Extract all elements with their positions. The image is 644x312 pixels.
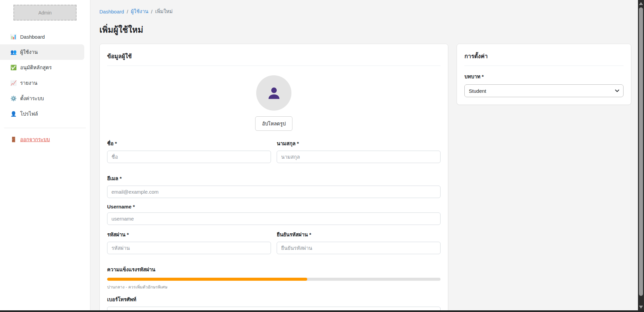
password-input[interactable] bbox=[107, 242, 271, 254]
card-divider bbox=[464, 66, 624, 66]
scroll-up-arrow-icon[interactable] bbox=[639, 2, 643, 5]
user-info-card-title: ข้อมูลผู้ใช้ bbox=[107, 51, 441, 61]
card-divider bbox=[107, 66, 441, 66]
sidebar-item-system-settings[interactable]: ⚙️ ตั้งค่าระบบ bbox=[0, 91, 84, 106]
admin-logo[interactable]: Admin bbox=[13, 5, 77, 21]
scroll-down-arrow-icon[interactable] bbox=[639, 306, 643, 309]
breadcrumb: Dashboard / ผู้ใช้งาน / เพิ่มใหม่ bbox=[99, 7, 631, 15]
upload-photo-button[interactable]: อัปโหลดรูป bbox=[255, 116, 292, 131]
password-strength-track bbox=[107, 278, 441, 281]
scrollbar-thumb[interactable] bbox=[639, 7, 643, 296]
password-strength-fill bbox=[107, 278, 307, 281]
admin-logo-label: Admin bbox=[38, 10, 52, 15]
sidebar-divider bbox=[4, 128, 86, 128]
sidebar-item-users[interactable]: 👥 ผู้ใช้งาน bbox=[0, 44, 84, 60]
phone-label: เบอร์โทรศัพท์ bbox=[107, 296, 441, 304]
person-silhouette-icon bbox=[266, 85, 282, 101]
role-select[interactable]: Student bbox=[464, 84, 624, 97]
role-label: บทบาท * bbox=[464, 73, 624, 81]
avatar bbox=[256, 75, 291, 111]
first-name-input[interactable] bbox=[107, 151, 271, 163]
username-label: Username * bbox=[107, 204, 441, 209]
password-strength-hint: ปานกลาง - ควรเพิ่มตัวอักษรพิเศษ bbox=[107, 284, 441, 290]
username-input[interactable] bbox=[107, 212, 441, 225]
sidebar-item-label: โปรไฟล์ bbox=[20, 110, 38, 118]
settings-card-title: การตั้งค่า bbox=[464, 51, 624, 61]
chart-increasing-icon: 📈 bbox=[10, 80, 16, 86]
page-title: เพิ่มผู้ใช้ใหม่ bbox=[99, 23, 631, 36]
sidebar-menu: 📊 Dashboard 👥 ผู้ใช้งาน ✅ อนุมัติหลักสูต… bbox=[0, 29, 90, 122]
confirm-password-label: ยืนยันรหัสผ่าน * bbox=[277, 231, 441, 239]
last-name-label: นามสกุล * bbox=[277, 140, 441, 148]
last-name-input[interactable] bbox=[277, 151, 441, 163]
sidebar-item-dashboard[interactable]: 📊 Dashboard bbox=[0, 29, 84, 44]
sidebar: Admin 📊 Dashboard 👥 ผู้ใช้งาน ✅ อนุมัติห… bbox=[0, 0, 90, 312]
sidebar-item-label: Dashboard bbox=[20, 34, 45, 40]
main-content: Dashboard / ผู้ใช้งาน / เพิ่มใหม่ เพิ่มผ… bbox=[90, 0, 638, 312]
logout-label: ออกจากระบบ bbox=[20, 135, 50, 144]
sidebar-item-label: ตั้งค่าระบบ bbox=[20, 94, 44, 103]
password-label: รหัสผ่าน * bbox=[107, 231, 271, 239]
breadcrumb-separator: / bbox=[151, 9, 152, 14]
password-strength-label: ความแข็งแรงรหัสผ่าน bbox=[107, 266, 441, 274]
sidebar-item-label: อนุมัติหลักสูตร bbox=[20, 64, 52, 72]
confirm-password-input[interactable] bbox=[277, 242, 441, 254]
first-name-label: ชื่อ * bbox=[107, 140, 271, 148]
sidebar-item-reports[interactable]: 📈 รายงาน bbox=[0, 75, 84, 91]
breadcrumb-users-link[interactable]: ผู้ใช้งาน bbox=[131, 7, 148, 15]
sidebar-item-course-approval[interactable]: ✅ อนุมัติหลักสูตร bbox=[0, 60, 84, 75]
breadcrumb-current: เพิ่มใหม่ bbox=[155, 7, 173, 15]
email-label: อีเมล * bbox=[107, 174, 441, 183]
users-icon: 👥 bbox=[10, 49, 16, 55]
vertical-scrollbar[interactable] bbox=[638, 0, 644, 312]
settings-card: การตั้งค่า บทบาท * Student bbox=[457, 44, 631, 105]
door-icon: 🚪 bbox=[10, 136, 16, 143]
sidebar-item-label: ผู้ใช้งาน bbox=[20, 48, 38, 56]
password-strength: ความแข็งแรงรหัสผ่าน ปานกลาง - ควรเพิ่มตั… bbox=[107, 266, 441, 290]
window-bottom-edge bbox=[0, 310, 644, 312]
check-box-icon: ✅ bbox=[10, 65, 16, 71]
email-input[interactable] bbox=[107, 186, 441, 198]
sidebar-item-label: รายงาน bbox=[20, 79, 37, 87]
gear-icon: ⚙️ bbox=[10, 95, 16, 102]
person-icon: 👤 bbox=[10, 111, 16, 117]
sidebar-item-profile[interactable]: 👤 โปรไฟล์ bbox=[0, 106, 84, 122]
logout-link[interactable]: 🚪 ออกจากระบบ bbox=[0, 135, 90, 144]
user-info-card: ข้อมูลผู้ใช้ อัปโหลดรูป ชื่อ * bbox=[99, 44, 448, 312]
breadcrumb-separator: / bbox=[127, 9, 128, 14]
breadcrumb-dashboard-link[interactable]: Dashboard bbox=[99, 9, 124, 14]
bar-chart-icon: 📊 bbox=[10, 34, 16, 40]
